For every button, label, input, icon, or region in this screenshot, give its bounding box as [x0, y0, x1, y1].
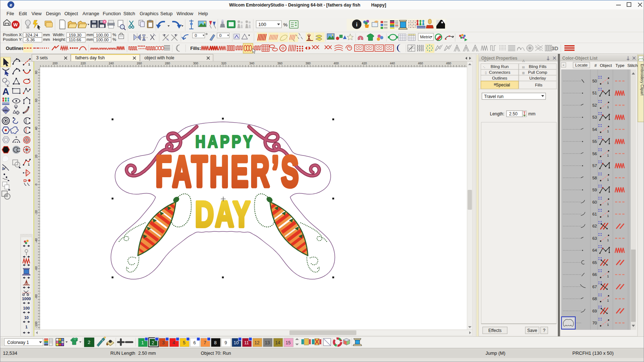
svg-text:14: 14: [275, 340, 280, 345]
svg-text:1: 1: [607, 323, 609, 327]
svg-text:1: 1: [607, 202, 609, 206]
svg-text:480: 480: [446, 61, 451, 65]
svg-text:Bling Run: Bling Run: [491, 64, 509, 69]
svg-text:Object 70: Run: Object 70: Run: [201, 351, 231, 356]
svg-text:View: View: [31, 11, 42, 16]
svg-text:Graphics: Graphics: [140, 11, 159, 16]
svg-text:%: %: [113, 37, 116, 42]
svg-text:Setup: Setup: [160, 11, 173, 16]
svg-text:1: 1: [607, 238, 609, 242]
svg-text:Window: Window: [177, 11, 194, 16]
svg-text:?: ?: [543, 328, 546, 333]
svg-text:Edit: Edit: [19, 11, 27, 16]
svg-text:340: 340: [249, 61, 254, 65]
svg-text:67: 67: [592, 285, 597, 289]
svg-text:mm: mm: [86, 33, 93, 37]
svg-text:Fills:: Fills:: [190, 46, 201, 51]
svg-text:400: 400: [334, 61, 339, 65]
svg-text:Position X:: Position X:: [3, 33, 23, 37]
svg-text:A: A: [3, 86, 9, 97]
svg-text:PRCFH1 (130 x 50): PRCFH1 (130 x 50): [572, 350, 614, 356]
svg-text:Travel run: Travel run: [484, 94, 504, 99]
svg-text:W: W: [13, 22, 18, 27]
svg-text:Object Properties: Object Properties: [481, 56, 517, 61]
svg-text:65: 65: [592, 260, 597, 265]
svg-text:68: 68: [592, 297, 597, 301]
svg-text:460: 460: [418, 61, 423, 65]
svg-text:56: 56: [592, 152, 597, 156]
svg-text:Function: Function: [103, 11, 121, 16]
svg-text:fathers day fish: fathers day fish: [75, 55, 105, 60]
svg-text:1: 1: [607, 214, 609, 218]
svg-text:58: 58: [592, 176, 597, 180]
svg-text:62: 62: [592, 224, 597, 228]
svg-text:Width:: Width:: [53, 33, 65, 37]
svg-text:52: 52: [592, 103, 597, 107]
svg-text:Happy]: Happy]: [371, 3, 386, 8]
svg-text:0: 0: [34, 183, 38, 185]
svg-text:100: 100: [23, 306, 30, 310]
svg-text:380: 380: [305, 61, 310, 65]
svg-text:Connectors: Connectors: [489, 70, 510, 74]
svg-text:20: 20: [34, 155, 38, 158]
svg-text:«: «: [563, 63, 564, 67]
svg-text:159.30: 159.30: [69, 33, 81, 37]
svg-text:mm: mm: [43, 33, 50, 37]
svg-text:12,534: 12,534: [3, 350, 17, 356]
svg-text:1: 1: [25, 325, 27, 329]
svg-text:324.24: 324.24: [25, 33, 38, 37]
svg-text:1: 1: [28, 163, 30, 166]
svg-text:420: 420: [362, 61, 367, 65]
svg-text:15: 15: [286, 340, 291, 345]
svg-text:mm: mm: [86, 37, 93, 42]
svg-text:ABc: ABc: [3, 109, 9, 112]
svg-text:Arrange: Arrange: [82, 11, 99, 16]
svg-text:9: 9: [225, 340, 227, 345]
svg-text:Embroidery Clipart: Embroidery Clipart: [640, 64, 644, 95]
svg-text:Effects: Effects: [488, 328, 501, 333]
svg-text:⁂: ⁂: [522, 59, 525, 63]
svg-text:Color-Object List: Color-Object List: [562, 56, 597, 61]
svg-text:Bling Fills: Bling Fills: [529, 64, 546, 69]
svg-text:6: 6: [193, 340, 196, 345]
svg-text:Colorway 1: Colorway 1: [7, 340, 29, 345]
svg-text:320: 320: [221, 61, 226, 65]
svg-text:mm: mm: [43, 37, 50, 42]
svg-text:51: 51: [592, 91, 597, 95]
svg-text:2.50 mm: 2.50 mm: [138, 351, 156, 356]
svg-text:59: 59: [592, 188, 597, 192]
svg-text:-100: -100: [34, 321, 38, 328]
svg-text:3 sets: 3 sets: [36, 55, 48, 60]
svg-text:%: %: [283, 22, 288, 27]
svg-text:1: 1: [607, 274, 609, 278]
svg-text:11: 11: [244, 340, 249, 345]
svg-text:Length:: Length:: [490, 111, 504, 116]
svg-text:i: i: [356, 21, 357, 27]
svg-text:10: 10: [24, 315, 29, 320]
svg-text:Position Y:: Position Y:: [3, 37, 22, 42]
svg-text:1: 1: [607, 299, 609, 302]
svg-text:-40: -40: [34, 238, 38, 243]
svg-text:66: 66: [592, 272, 597, 277]
svg-text:-60: -60: [34, 266, 38, 271]
svg-text:60: 60: [34, 99, 38, 102]
svg-text:2: 2: [88, 340, 90, 345]
svg-text:4: 4: [173, 340, 175, 345]
svg-text:Height:: Height:: [53, 37, 66, 42]
svg-text:240: 240: [109, 61, 114, 65]
svg-text:1: 1: [607, 178, 609, 182]
svg-text:360: 360: [277, 61, 283, 65]
svg-text:Type: Type: [615, 63, 624, 68]
svg-text:#: #: [594, 63, 597, 68]
svg-text:-20: -20: [34, 210, 38, 215]
svg-text:Outlines:: Outlines:: [6, 46, 25, 51]
svg-text:%: %: [113, 33, 116, 37]
svg-text:64: 64: [592, 248, 597, 252]
svg-text:3D: 3D: [551, 45, 558, 51]
svg-text:70: 70: [592, 321, 597, 325]
svg-text:-80: -80: [34, 294, 38, 299]
svg-text:Object: Object: [600, 63, 612, 68]
svg-text:8: 8: [214, 340, 217, 345]
svg-text:1: 1: [28, 63, 30, 66]
svg-text:Jump (M): Jump (M): [486, 350, 505, 356]
